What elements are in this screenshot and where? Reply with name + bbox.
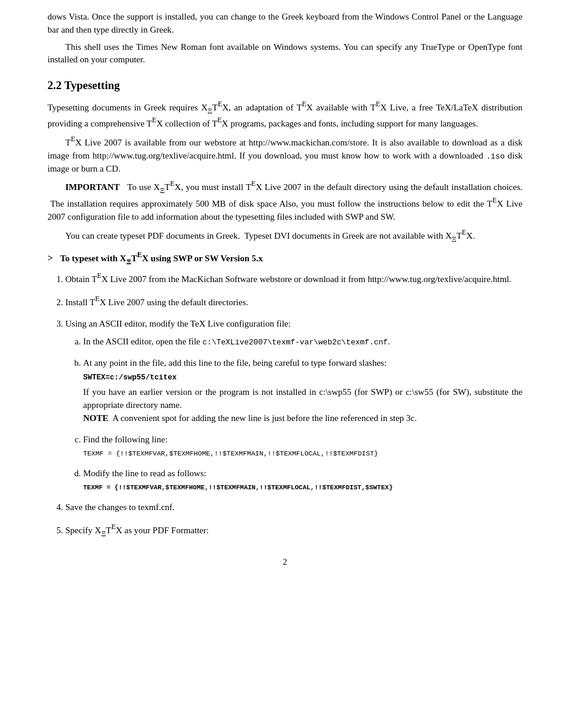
- section-2-2-heading: 2.2 Typesetting: [48, 77, 522, 94]
- e-raise-13: E: [95, 295, 100, 303]
- main-steps-list: Obtain TEX Live 2007 from the MacKichan …: [65, 271, 522, 539]
- step-3b-intro: At any point in the file, add this line …: [83, 358, 387, 368]
- step-1: Obtain TEX Live 2007 from the MacKichan …: [65, 271, 522, 286]
- step-4: Save the changes to texmf.cnf.: [65, 501, 522, 514]
- step-3d: Modify the line to read as follows: TEXM…: [83, 467, 522, 493]
- e-raise-9: E: [492, 196, 497, 204]
- step-2: Install TEX Live 2007 using the default …: [65, 295, 522, 309]
- arrow-symbol: >: [48, 251, 53, 265]
- e-raise-4: E: [152, 116, 157, 124]
- e-raise: E: [218, 100, 223, 108]
- page-content: dows Vista. Once the support is installe…: [48, 11, 522, 569]
- bullet-label: To typeset with XΞTEX using SWP or SW Ve…: [60, 251, 262, 267]
- e-raise-2: E: [302, 100, 307, 108]
- step-3a: In the ASCII editor, open the file c:\Te…: [83, 335, 522, 349]
- step-3b: At any point in the file, add this line …: [83, 357, 522, 425]
- e-raise-11: E: [137, 251, 142, 259]
- typesetting-para-2: TEX Live 2007 is available from our webs…: [48, 135, 522, 175]
- step-3d-intro: Modify the line to read as follows:: [83, 469, 206, 478]
- step-5: Specify XΞTEX as your PDF Formatter:: [65, 523, 522, 539]
- important-para: IMPORTANT To use XΞTEX, you must install…: [48, 179, 522, 223]
- intro-paragraph-1: dows Vista. Once the support is installe…: [48, 11, 522, 37]
- typesetting-para-3: You can create typeset PDF documents in …: [48, 228, 522, 245]
- e-raise-12: E: [97, 271, 102, 280]
- bullet-arrow-item: > To typeset with XΞTEX using SWP or SW …: [48, 251, 522, 267]
- xe-sub-4: Ξ: [126, 258, 131, 266]
- step-3-intro: Using an ASCII editor, modify the TeX Li…: [65, 319, 291, 328]
- step-2-text: Install TEX Live 2007 using the default …: [65, 297, 248, 307]
- step-3b-note1: If you have an earlier version or the pr…: [83, 387, 522, 410]
- intro-text-1: dows Vista. Once the support is installe…: [48, 12, 522, 34]
- step-3a-text: In the ASCII editor, open the file c:\Te…: [83, 337, 390, 346]
- step-3b-code: SWTEX=c:/swp55/tcitex: [83, 372, 522, 383]
- e-raise-3: E: [376, 100, 381, 108]
- step-3c-intro: Find the following line:: [83, 435, 167, 444]
- step-4-text: Save the changes to texmf.cnf.: [65, 502, 175, 512]
- intro-text-2: This shell uses the Times New Roman font…: [48, 42, 522, 65]
- e-raise-10: E: [462, 228, 467, 236]
- section-title: Typesetting: [64, 79, 120, 91]
- step-3b-note2: A convenient spot for adding the new lin…: [112, 413, 417, 423]
- important-label: IMPORTANT: [65, 182, 120, 192]
- e-raise-6: E: [71, 135, 75, 143]
- page-number-value: 2: [283, 558, 287, 566]
- typesetting-para-1: Typesetting documents in Greek requires …: [48, 100, 522, 131]
- e-raise-8: E: [251, 179, 256, 188]
- step-3c: Find the following line: TEXMF = {!!$TEX…: [83, 433, 522, 459]
- e-raise-14: E: [112, 523, 116, 531]
- step-3c-code: TEXMF = {!!$TEXMFVAR,$TEXMFHOME,!!$TEXMF…: [83, 449, 522, 459]
- page-number: 2: [48, 556, 522, 568]
- section-number: 2.2: [48, 79, 62, 91]
- xe-sub-3: Ξ: [452, 235, 457, 243]
- step-3d-code: TEXMF = {!!$TEXMFVAR,$TEXMFHOME,!!$TEXMF…: [83, 483, 522, 493]
- sub-steps-list: In the ASCII editor, open the file c:\Te…: [83, 335, 522, 493]
- step-3b-note-label: NOTE: [83, 413, 109, 423]
- step-3: Using an ASCII editor, modify the TeX Li…: [65, 318, 522, 493]
- intro-paragraph-2: This shell uses the Times New Roman font…: [48, 41, 522, 67]
- e-raise-5: E: [217, 116, 222, 124]
- step-1-text: Obtain TEX Live 2007 from the MacKichan …: [65, 274, 511, 284]
- xe-sub-2: Ξ: [160, 186, 164, 195]
- iso-code: .iso: [486, 152, 505, 161]
- e-raise-7: E: [170, 179, 175, 188]
- xe-sub: Ξ: [208, 107, 213, 115]
- step-3a-code: c:\TeXLive2007\texmf-var\web2c\texmf.cnf: [202, 338, 388, 347]
- step-5-text: Specify XΞTEX as your PDF Formatter:: [65, 526, 209, 535]
- xe-sub-5: Ξ: [101, 530, 106, 538]
